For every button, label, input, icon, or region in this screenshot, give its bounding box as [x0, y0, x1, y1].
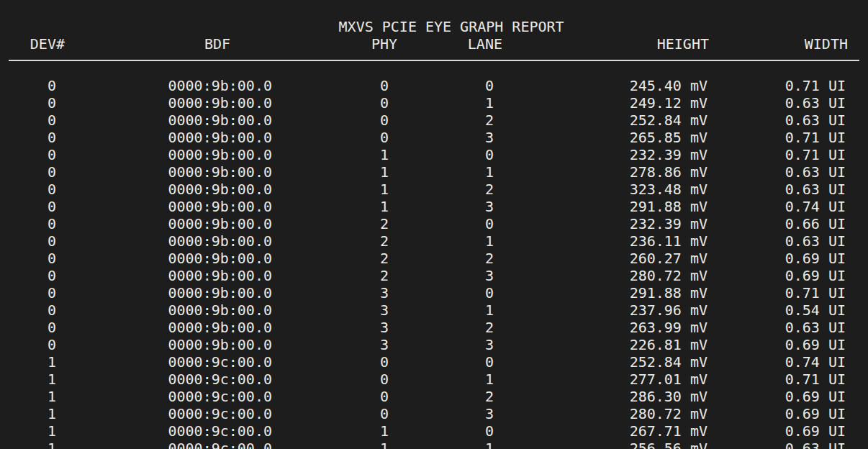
- header-separator-zone: [0, 60, 868, 77]
- cell-bdf: 0000:9b:00.0: [65, 250, 272, 267]
- cell-width: 0.74 UI: [709, 353, 848, 371]
- cell-height: 291.88 mV: [502, 284, 709, 301]
- cell-height: 278.86 mV: [502, 163, 709, 181]
- cell-lane: 0: [397, 422, 502, 440]
- cell-width: 0.63 UI: [709, 94, 848, 112]
- cell-lane: 0: [397, 77, 502, 94]
- cell-width: 0.69 UI: [709, 405, 848, 422]
- cell-lane: 1: [397, 371, 502, 388]
- cell-height: 245.40 mV: [502, 77, 709, 94]
- cell-lane: 3: [397, 129, 502, 146]
- table-row: 1 0000:9c:00.0 0 0 252.84 mV 0.74 UI: [0, 353, 868, 371]
- cell-lane: 0: [397, 215, 502, 232]
- table-row: 0 0000:9b:00.0 1 3 291.88 mV 0.74 UI: [0, 198, 868, 215]
- cell-height: 260.27 mV: [502, 250, 709, 267]
- cell-dev: 0: [0, 146, 65, 163]
- cell-dev: 1: [0, 353, 65, 371]
- cell-dev: 0: [0, 94, 65, 112]
- cell-phy: 1: [272, 181, 397, 198]
- cell-bdf: 0000:9b:00.0: [65, 319, 272, 336]
- table-row: 0 0000:9b:00.0 2 3 280.72 mV 0.69 UI: [0, 267, 868, 284]
- column-header-lane: LANE: [397, 35, 502, 53]
- table-row: 0 0000:9b:00.0 1 0 232.39 mV 0.71 UI: [0, 146, 868, 163]
- table-body: 0 0000:9b:00.0 0 0 245.40 mV 0.71 UI 0 0…: [0, 77, 868, 449]
- cell-phy: 1: [272, 440, 397, 449]
- column-header-width: WIDTH: [709, 35, 848, 53]
- cell-dev: 0: [0, 336, 65, 353]
- table-row: 0 0000:9b:00.0 3 3 226.81 mV 0.69 UI: [0, 336, 868, 353]
- cell-phy: 3: [272, 319, 397, 336]
- cell-phy: 1: [272, 146, 397, 163]
- cell-lane: 2: [397, 112, 502, 129]
- report-title: MXVS PCIE EYE GRAPH REPORT: [339, 18, 564, 35]
- cell-width: 0.69 UI: [709, 250, 848, 267]
- cell-bdf: 0000:9b:00.0: [65, 181, 272, 198]
- cell-phy: 0: [272, 405, 397, 422]
- cell-lane: 1: [397, 232, 502, 250]
- cell-bdf: 0000:9c:00.0: [65, 422, 272, 440]
- cell-bdf: 0000:9b:00.0: [65, 301, 272, 319]
- cell-phy: 1: [272, 198, 397, 215]
- cell-bdf: 0000:9b:00.0: [65, 232, 272, 250]
- cell-phy: 0: [272, 129, 397, 146]
- cell-lane: 1: [397, 440, 502, 449]
- cell-dev: 0: [0, 198, 65, 215]
- cell-dev: 0: [0, 77, 65, 94]
- cell-width: 0.71 UI: [709, 284, 848, 301]
- cell-dev: 1: [0, 422, 65, 440]
- table-row: 0 0000:9b:00.0 0 1 249.12 mV 0.63 UI: [0, 94, 868, 112]
- terminal-screen: MXVS PCIE EYE GRAPH REPORT DEV# BDF PHY …: [0, 0, 868, 449]
- cell-height: 252.84 mV: [502, 112, 709, 129]
- cell-dev: 0: [0, 112, 65, 129]
- cell-phy: 1: [272, 163, 397, 181]
- cell-width: 0.74 UI: [709, 198, 848, 215]
- cell-bdf: 0000:9b:00.0: [65, 198, 272, 215]
- cell-phy: 1: [272, 422, 397, 440]
- cell-height: 237.96 mV: [502, 301, 709, 319]
- cell-phy: 0: [272, 353, 397, 371]
- cell-bdf: 0000:9b:00.0: [65, 94, 272, 112]
- cell-lane: 3: [397, 405, 502, 422]
- header-separator-line: [9, 60, 859, 61]
- cell-dev: 1: [0, 388, 65, 405]
- cell-dev: 0: [0, 319, 65, 336]
- cell-width: 0.69 UI: [709, 336, 848, 353]
- cell-dev: 1: [0, 371, 65, 388]
- cell-bdf: 0000:9b:00.0: [65, 112, 272, 129]
- table-row: 0 0000:9b:00.0 0 0 245.40 mV 0.71 UI: [0, 77, 868, 94]
- column-header-dev: DEV#: [0, 35, 65, 53]
- cell-width: 0.63 UI: [709, 232, 848, 250]
- cell-phy: 3: [272, 284, 397, 301]
- cell-bdf: 0000:9b:00.0: [65, 336, 272, 353]
- cell-phy: 0: [272, 112, 397, 129]
- table-row: 0 0000:9b:00.0 3 0 291.88 mV 0.71 UI: [0, 284, 868, 301]
- cell-dev: 0: [0, 181, 65, 198]
- cell-height: 236.11 mV: [502, 232, 709, 250]
- cell-dev: 1: [0, 440, 65, 449]
- cell-lane: 2: [397, 388, 502, 405]
- cell-lane: 1: [397, 94, 502, 112]
- cell-height: 265.85 mV: [502, 129, 709, 146]
- cell-phy: 2: [272, 250, 397, 267]
- cell-width: 0.69 UI: [709, 267, 848, 284]
- table-row: 1 0000:9c:00.0 0 1 277.01 mV 0.71 UI: [0, 371, 868, 388]
- cell-width: 0.69 UI: [709, 422, 848, 440]
- cell-bdf: 0000:9c:00.0: [65, 388, 272, 405]
- table-header-row: DEV# BDF PHY LANE HEIGHT WIDTH: [0, 35, 868, 53]
- table-row: 0 0000:9b:00.0 0 3 265.85 mV 0.71 UI: [0, 129, 868, 146]
- table-row: 0 0000:9b:00.0 2 0 232.39 mV 0.66 UI: [0, 215, 868, 232]
- cell-dev: 0: [0, 250, 65, 267]
- cell-width: 0.63 UI: [709, 112, 848, 129]
- table-row: 0 0000:9b:00.0 1 1 278.86 mV 0.63 UI: [0, 163, 868, 181]
- cell-width: 0.69 UI: [709, 388, 848, 405]
- table-row: 1 0000:9c:00.0 1 0 267.71 mV 0.69 UI: [0, 422, 868, 440]
- cell-width: 0.71 UI: [709, 146, 848, 163]
- cell-dev: 0: [0, 215, 65, 232]
- cell-phy: 0: [272, 388, 397, 405]
- cell-dev: 0: [0, 129, 65, 146]
- cell-width: 0.63 UI: [709, 319, 848, 336]
- cell-bdf: 0000:9b:00.0: [65, 77, 272, 94]
- table-row: 0 0000:9b:00.0 0 2 252.84 mV 0.63 UI: [0, 112, 868, 129]
- cell-lane: 3: [397, 336, 502, 353]
- cell-height: 277.01 mV: [502, 371, 709, 388]
